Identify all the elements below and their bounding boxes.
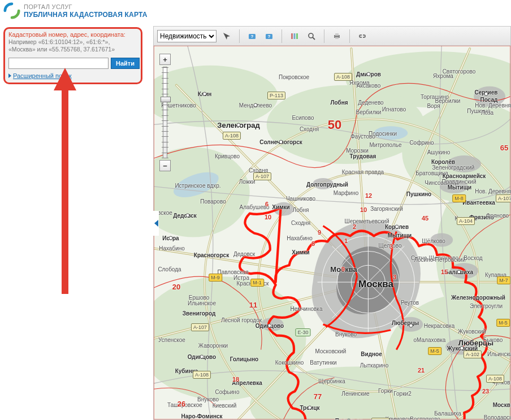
svg-point-7	[309, 33, 313, 38]
header-titles: ПОРТАЛ УСЛУГ ПУБЛИЧНАЯ КАДАСТРОВАЯ КАРТА	[24, 3, 148, 19]
svg-line-8	[313, 37, 315, 40]
toolbar-separator	[239, 29, 240, 43]
select-arrow-tool-button[interactable]	[220, 29, 233, 43]
svg-rect-4	[291, 33, 293, 39]
annotation-arrow	[57, 68, 73, 294]
collapse-sidebar-handle[interactable]	[153, 211, 159, 236]
svg-rect-5	[294, 33, 296, 39]
svg-point-44	[445, 339, 477, 355]
info-button[interactable]: ?	[245, 29, 259, 43]
svg-text:?: ?	[251, 34, 254, 39]
advanced-search-expand-icon	[8, 73, 11, 78]
svg-point-43	[474, 86, 505, 107]
header-line1: ПОРТАЛ УСЛУГ	[24, 3, 148, 11]
search-panel: Кадастровый номер, адрес, координата: На…	[3, 27, 142, 84]
zoom-in-button[interactable]: +	[159, 54, 171, 65]
toolbar-separator	[324, 29, 324, 43]
search-title: Кадастровый номер, адрес, координата:	[8, 31, 137, 38]
help-button[interactable]: ?	[262, 29, 276, 43]
app-logo	[3, 2, 20, 19]
svg-point-42	[440, 180, 468, 193]
zoom-out-button[interactable]: −	[159, 160, 171, 171]
link-button[interactable]	[356, 29, 369, 43]
svg-point-40	[398, 317, 423, 332]
svg-rect-11	[335, 37, 339, 39]
chevron-left-icon	[154, 220, 158, 227]
svg-text:?: ?	[268, 34, 271, 39]
map-pane: Недвижимость ? ?	[153, 26, 511, 420]
toolbar-separator	[282, 29, 282, 43]
map-toolbar: Недвижимость ? ?	[154, 27, 510, 46]
svg-point-39	[261, 318, 284, 331]
layers-button[interactable]	[288, 29, 301, 43]
toolbar-separator	[349, 29, 350, 43]
header-line2: ПУБЛИЧНАЯ КАДАСТРОВАЯ КАРТА	[24, 11, 148, 19]
advanced-search-link[interactable]: Расширенный поиск	[13, 72, 72, 79]
search-map-button[interactable]	[305, 29, 318, 43]
app-header: ПОРТАЛ УСЛУГ ПУБЛИЧНАЯ КАДАСТРОВАЯ КАРТА	[0, 0, 511, 21]
zoom-track[interactable]	[163, 67, 167, 158]
svg-point-41	[447, 155, 481, 172]
search-input[interactable]	[8, 58, 109, 69]
search-find-button[interactable]: Найти	[111, 58, 140, 69]
svg-rect-10	[335, 33, 339, 36]
search-hint: Например «61:6:10104:12», «61:6:*», «Мос…	[8, 38, 137, 53]
print-button[interactable]	[330, 29, 344, 43]
svg-point-38	[313, 178, 334, 189]
object-type-select[interactable]: Недвижимость	[157, 30, 216, 42]
svg-point-35	[430, 233, 453, 246]
zoom-slider: + −	[159, 54, 171, 171]
svg-point-19	[267, 85, 425, 164]
map-canvas[interactable]: + −	[154, 46, 510, 419]
svg-rect-6	[296, 33, 298, 39]
zoom-handle[interactable]	[161, 97, 171, 102]
